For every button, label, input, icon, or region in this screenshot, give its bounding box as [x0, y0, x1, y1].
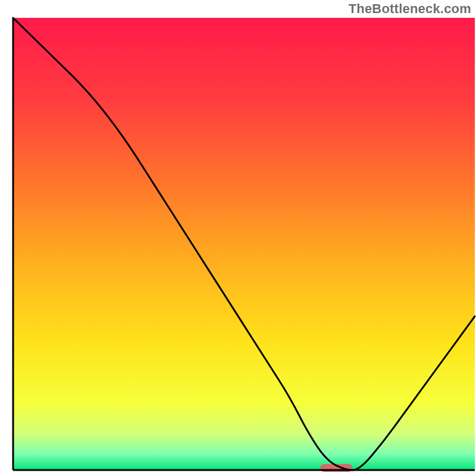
chart-container: TheBottleneck.com	[0, 0, 476, 476]
bottleneck-chart	[0, 0, 476, 476]
